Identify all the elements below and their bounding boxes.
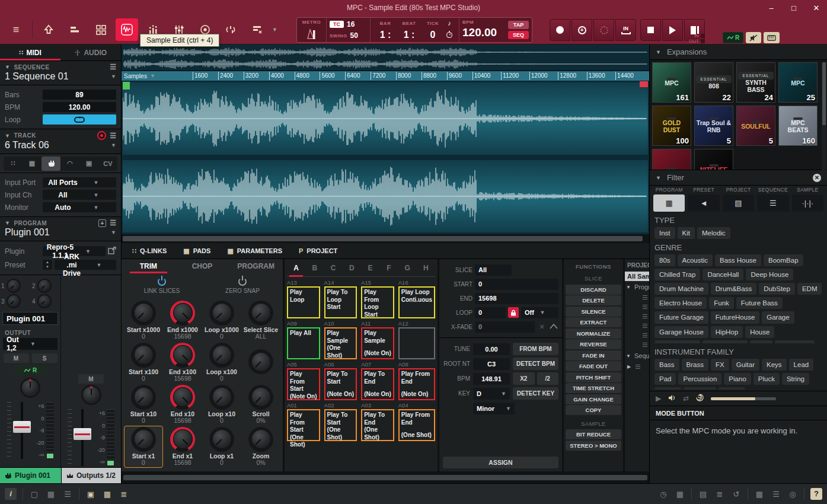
bpm-value[interactable]: 120.00 [462, 26, 497, 39]
program-menu-icon[interactable]: ☰ [110, 219, 116, 227]
qlink-knob-4[interactable] [39, 295, 50, 307]
filter-tag[interactable]: Jazz House [703, 340, 748, 343]
tune-field[interactable]: 0.00 [473, 343, 510, 355]
filter-category[interactable]: PRESET ◄ [688, 187, 719, 212]
tab-plugin-strip[interactable]: Plugin 001 [0, 468, 62, 483]
end-field[interactable]: 15698 [475, 293, 558, 304]
volume-fader[interactable] [13, 402, 31, 459]
timeline-ruler[interactable]: Samples▼ 1600 2400 3200 4000 4800 5600 6… [122, 71, 649, 81]
trim-knob[interactable]: Start x100 0 [124, 342, 163, 384]
trim-tab[interactable]: TRIM [122, 259, 175, 273]
filter-tag[interactable]: Percussion [678, 373, 721, 385]
start-field[interactable]: 0 [475, 279, 558, 290]
close-button[interactable]: ✕ [812, 4, 821, 12]
pad[interactable]: A16 Play Loop Conti.uous [398, 279, 435, 320]
function-button[interactable]: NORMALIZE [566, 328, 621, 339]
pad-bank-tab[interactable]: B [305, 259, 324, 276]
function-button[interactable]: PITCH SHIFT [566, 372, 621, 382]
filter-header[interactable]: ▼Filter✕ [650, 170, 827, 186]
function-button[interactable]: STEREO > MONO [566, 441, 621, 451]
function-button[interactable]: COPY [566, 405, 621, 415]
key-select[interactable]: D▼ [473, 388, 510, 400]
808[interactable]: ESSENTIAL 808 22 [694, 62, 733, 103]
pad[interactable]: A10 Play Sample(One Shot) [324, 320, 357, 361]
bars-value[interactable]: 89 [43, 90, 116, 100]
trim-knob[interactable]: Select Slice ALL [241, 299, 280, 342]
trim-tab[interactable]: PROGRAM [229, 259, 283, 273]
track-menu-icon[interactable]: ☰ [110, 132, 116, 140]
MPC[interactable]: MPC 25 [778, 62, 818, 103]
filter-tag[interactable]: Future Garage [654, 311, 708, 323]
track-name[interactable]: 6 Track 06 [5, 140, 49, 151]
xfade-x-icon[interactable]: ✕ [537, 323, 547, 331]
waveform-editor[interactable] [122, 81, 649, 234]
pad-bank-tab[interactable]: C [324, 259, 343, 276]
preview-autoload-icon[interactable] [696, 394, 704, 403]
filter-tag[interactable]: Brass [682, 359, 708, 371]
filter-tag[interactable]: Chilled Trap [654, 269, 700, 280]
trim-knob[interactable]: End x10 15698 [163, 384, 202, 426]
pad[interactable]: A08 Play From End(Note On) [398, 361, 435, 402]
track-dropdown-icon[interactable]: ▼ [111, 142, 116, 148]
pads-icon[interactable]: ▣ [85, 490, 96, 499]
filter-tag[interactable]: Kit [678, 227, 695, 239]
unit-dropdown-icon[interactable]: ▼ [150, 73, 155, 79]
filter-tag[interactable]: Bass [654, 359, 679, 371]
xfade-curve-icon[interactable] [549, 323, 558, 330]
volume-fader[interactable] [74, 409, 91, 466]
qlink-knob-3[interactable] [8, 295, 20, 307]
preview-play-icon[interactable]: ▶ [656, 394, 661, 403]
pad-bank-tab[interactable]: F [379, 259, 398, 276]
info-icon[interactable]: i [5, 488, 17, 500]
filter-tag[interactable]: Vocal [719, 387, 745, 390]
menu-icon[interactable]: ≡ [5, 18, 27, 41]
qlink-knob-1[interactable] [8, 280, 20, 292]
filter-tag[interactable]: Bass House [715, 254, 761, 266]
trim-knob[interactable]: Loop x100 0 [202, 342, 241, 384]
function-button[interactable]: GAIN CHANGE [566, 394, 621, 404]
file-icon[interactable]: ▤ [698, 490, 708, 499]
loop-mode-select[interactable]: Off▼ [521, 307, 558, 318]
add-program-button[interactable]: + [98, 219, 106, 227]
assign-button[interactable]: ASSIGN [443, 457, 558, 468]
punch-in-button[interactable]: IN [615, 19, 636, 41]
swing-value[interactable]: 50 [350, 31, 358, 40]
filter-tag[interactable]: Garage [762, 311, 794, 323]
output-select[interactable]: Out 1,2▼ [3, 338, 58, 350]
from-bpm-button[interactable]: FROM BPM [513, 343, 558, 355]
pad[interactable]: A05 Play From Start(Note On) [287, 361, 320, 402]
pad-bank-tab[interactable]: D [343, 259, 361, 276]
MPC BEATS[interactable]: MPC BEATS 160 [778, 106, 818, 146]
device-icon[interactable]: ▢ [29, 490, 40, 499]
tree-group[interactable]: ▼Sequences [625, 350, 649, 362]
io-select[interactable]: Auto▼ [43, 202, 116, 212]
NITELIFE[interactable]: NITELIFE [694, 149, 733, 170]
collapse-icon[interactable]: ▼ [5, 64, 10, 70]
trim-knob[interactable]: Loop x1000 0 [202, 299, 241, 342]
filter-tag[interactable]: Inst [654, 227, 675, 239]
program-dropdown-icon[interactable]: ▼ [111, 229, 116, 235]
filter-tag[interactable]: EDM [797, 283, 822, 295]
Trap Soul & RNB[interactable]: Trap Soul & RNB 5 [694, 106, 733, 146]
keygroup-track-icon[interactable]: ▦ [23, 157, 41, 171]
pad[interactable]: A04 Play From End(One Shot) [398, 402, 435, 443]
pad[interactable]: A03 Play To End(One Shot) [361, 402, 394, 443]
filter-tag[interactable]: Mainroom [775, 340, 815, 343]
mixer-icon[interactable]: ≣ [119, 490, 129, 499]
sample-edit-icon[interactable] [116, 18, 138, 41]
pad-bank-tab[interactable]: A [287, 259, 305, 276]
pad[interactable]: A07 Play To End(Note On) [361, 361, 394, 402]
filter-tag[interactable]: FX [711, 359, 729, 371]
expansion-tile[interactable] [652, 149, 691, 170]
queue-list-icon[interactable]: ☰ [771, 490, 781, 499]
waveform-scrollbar[interactable] [122, 234, 649, 243]
filter-tag[interactable]: Piano [724, 373, 751, 385]
bpm-div2-button[interactable]: /2 [537, 372, 559, 385]
plugin-editor-icon[interactable] [108, 247, 116, 256]
pads-grid-icon[interactable]: ▦ [46, 490, 56, 499]
project-all-samples[interactable]: All Samples [625, 272, 649, 281]
trim-knob[interactable]: Loop x1 0 [202, 426, 241, 468]
function-button[interactable]: DELETE [566, 295, 621, 305]
filter-category[interactable]: SEQUENCE ☰ [757, 187, 788, 212]
mode-tab[interactable]: PPROJECT [292, 243, 344, 259]
